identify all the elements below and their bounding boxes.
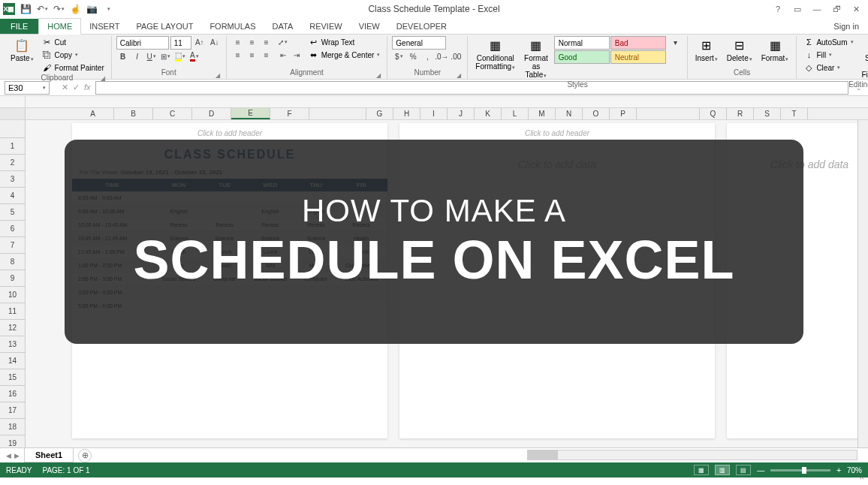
font-color-button[interactable]: A▾ xyxy=(188,50,201,62)
tab-data[interactable]: DATA xyxy=(264,19,302,34)
number-launcher-icon[interactable]: ◢ xyxy=(457,72,461,79)
qat-camera-icon[interactable]: 📷 xyxy=(86,3,98,15)
increase-decimal-button[interactable]: .0→ xyxy=(435,50,448,62)
align-left-button[interactable]: ≡ xyxy=(231,49,245,61)
accounting-format-button[interactable]: $▾ xyxy=(392,50,405,62)
fill-button[interactable]: ↓Fill▾ xyxy=(801,49,855,61)
conditional-formatting-button[interactable]: ▦Conditional Formatting▾ xyxy=(472,36,518,72)
decrease-decimal-button[interactable]: .00 xyxy=(449,50,463,62)
zoom-out-button[interactable]: — xyxy=(757,466,764,474)
minimize-button[interactable]: — xyxy=(808,2,826,17)
row-header-3[interactable]: 3 xyxy=(0,171,25,188)
sign-in-link[interactable]: Sign in xyxy=(824,19,868,34)
comma-format-button[interactable]: , xyxy=(420,50,434,62)
col-header-K[interactable]: K xyxy=(475,108,502,119)
sort-filter-button[interactable]: ⇅Sort & Filter▾ xyxy=(859,36,868,80)
align-right-button[interactable]: ≡ xyxy=(260,49,273,61)
tab-nav-last-icon[interactable]: ▶ xyxy=(14,452,20,459)
qat-customize-icon[interactable]: ▾ xyxy=(102,3,114,15)
wrap-text-button[interactable]: ↩Wrap Text xyxy=(306,36,383,48)
col-header-N[interactable]: N xyxy=(556,108,583,119)
horizontal-scrollbar[interactable] xyxy=(527,450,857,460)
col-header-H[interactable]: H xyxy=(393,108,420,119)
bold-button[interactable]: B xyxy=(116,50,130,62)
col-header-J[interactable]: J xyxy=(448,108,475,119)
zoom-in-button[interactable]: + xyxy=(836,466,841,474)
shrink-font-button[interactable]: A↓ xyxy=(208,36,222,48)
tab-review[interactable]: REVIEW xyxy=(301,19,350,34)
paste-button[interactable]: 📋 Paste▾ xyxy=(8,36,37,64)
font-launcher-icon[interactable]: ◢ xyxy=(215,72,220,79)
col-header-S[interactable]: S xyxy=(754,108,781,119)
col-header-I[interactable]: I xyxy=(420,108,448,119)
col-header-B[interactable]: B xyxy=(114,108,153,119)
qat-undo-icon[interactable]: ↶▾ xyxy=(36,3,48,15)
col-header-G[interactable]: G xyxy=(366,108,393,119)
col-header-C[interactable]: C xyxy=(153,108,192,119)
row-header-12[interactable]: 12 xyxy=(0,320,25,336)
tab-home[interactable]: HOME xyxy=(38,18,81,35)
tab-developer[interactable]: DEVELOPER xyxy=(388,19,455,34)
zoom-level[interactable]: 70% xyxy=(847,466,862,474)
row-header-16[interactable]: 16 xyxy=(0,386,25,402)
style-good[interactable]: Good xyxy=(554,50,610,64)
fx-icon[interactable]: fx xyxy=(84,83,91,92)
col-header-T[interactable]: T xyxy=(781,108,808,119)
tab-view[interactable]: VIEW xyxy=(351,19,388,34)
col-header-E[interactable]: E xyxy=(231,108,270,119)
col-header-A[interactable]: A xyxy=(72,108,114,119)
view-normal-button[interactable]: ▦ xyxy=(694,465,709,475)
view-page-break-button[interactable]: ▤ xyxy=(736,465,751,475)
col-header-P[interactable]: P xyxy=(610,108,637,119)
col-header-O[interactable]: O xyxy=(583,108,610,119)
autosum-button[interactable]: ΣAutoSum▾ xyxy=(801,36,855,48)
merge-center-button[interactable]: ⬌Merge & Center▾ xyxy=(306,49,383,61)
col-header-F[interactable]: F xyxy=(270,108,309,119)
col-header-M[interactable]: M xyxy=(529,108,556,119)
formula-input[interactable] xyxy=(95,81,848,95)
font-name-input[interactable] xyxy=(116,36,169,50)
style-bad[interactable]: Bad xyxy=(610,36,666,50)
font-size-input[interactable] xyxy=(170,36,191,50)
fill-color-button[interactable]: ⬚▾ xyxy=(173,50,187,62)
tab-file[interactable]: FILE xyxy=(0,19,38,34)
copy-button[interactable]: ⿻Copy▾ xyxy=(40,49,107,61)
qat-touch-icon[interactable]: ☝ xyxy=(69,3,81,15)
add-sheet-button[interactable]: ⊕ xyxy=(78,449,92,462)
tab-insert[interactable]: INSERT xyxy=(81,19,128,34)
collapse-ribbon-button[interactable]: ^ xyxy=(860,475,863,483)
orientation-button[interactable]: ⤢▾ xyxy=(276,36,290,48)
row-header-1[interactable]: 1 xyxy=(0,138,25,155)
increase-indent-button[interactable]: ⇥ xyxy=(290,49,303,61)
underline-button[interactable]: U▾ xyxy=(145,50,158,62)
zoom-slider[interactable] xyxy=(770,469,830,471)
grow-font-button[interactable]: A↑ xyxy=(193,36,206,48)
tab-nav-first-icon[interactable]: ◀ xyxy=(6,452,11,459)
col-header-R[interactable]: R xyxy=(727,108,754,119)
row-header-18[interactable]: 18 xyxy=(0,419,25,435)
alignment-launcher-icon[interactable]: ◢ xyxy=(376,72,381,79)
col-header-L[interactable]: L xyxy=(502,108,529,119)
format-as-table-button[interactable]: ▦Format as Table▾ xyxy=(521,36,551,80)
italic-button[interactable]: I xyxy=(131,50,144,62)
row-header-14[interactable]: 14 xyxy=(0,353,25,369)
help-button[interactable]: ? xyxy=(769,2,787,17)
clipboard-launcher-icon[interactable]: ◢ xyxy=(101,75,105,82)
qat-redo-icon[interactable]: ↷▾ xyxy=(53,3,65,15)
decrease-indent-button[interactable]: ⇤ xyxy=(276,49,290,61)
row-header-8[interactable]: 8 xyxy=(0,254,25,270)
row-header-2[interactable]: 2 xyxy=(0,155,25,171)
tab-formulas[interactable]: FORMULAS xyxy=(201,19,264,34)
align-top-button[interactable]: ≡ xyxy=(231,36,245,48)
styles-more-button[interactable]: ▾ xyxy=(669,36,683,48)
cut-button[interactable]: ✂Cut xyxy=(40,36,107,48)
view-page-layout-button[interactable]: ▥ xyxy=(715,465,730,475)
delete-cells-button[interactable]: ⊟Delete▾ xyxy=(724,36,755,64)
percent-format-button[interactable]: % xyxy=(406,50,420,62)
insert-cells-button[interactable]: ⊞Insert▾ xyxy=(692,36,721,64)
row-header-9[interactable]: 9 xyxy=(0,270,25,287)
align-middle-button[interactable]: ≡ xyxy=(246,36,259,48)
name-box[interactable]: E30▾ xyxy=(5,81,50,95)
format-painter-button[interactable]: 🖌Format Painter xyxy=(40,62,107,74)
ribbon-options-button[interactable]: ▭ xyxy=(788,2,806,17)
